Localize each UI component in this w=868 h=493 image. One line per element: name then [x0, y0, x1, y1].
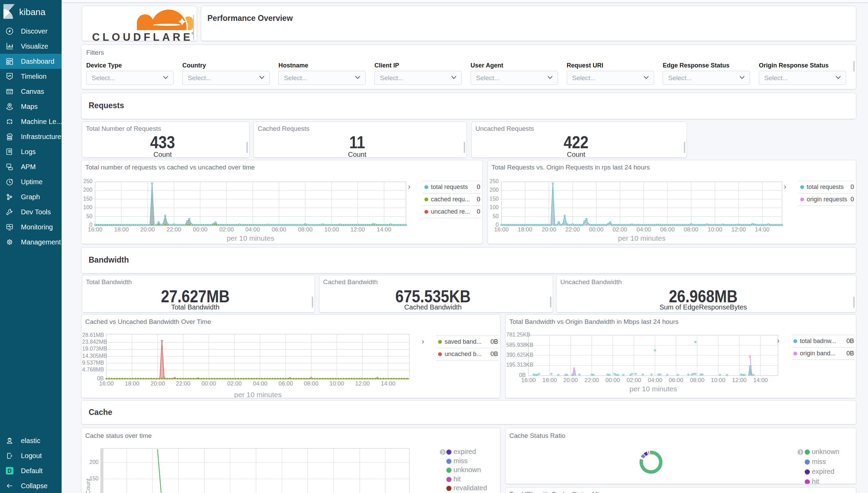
svg-text:CLOUDFLARE: CLOUDFLARE: [92, 31, 191, 41]
svg-text:D: D: [8, 468, 12, 474]
